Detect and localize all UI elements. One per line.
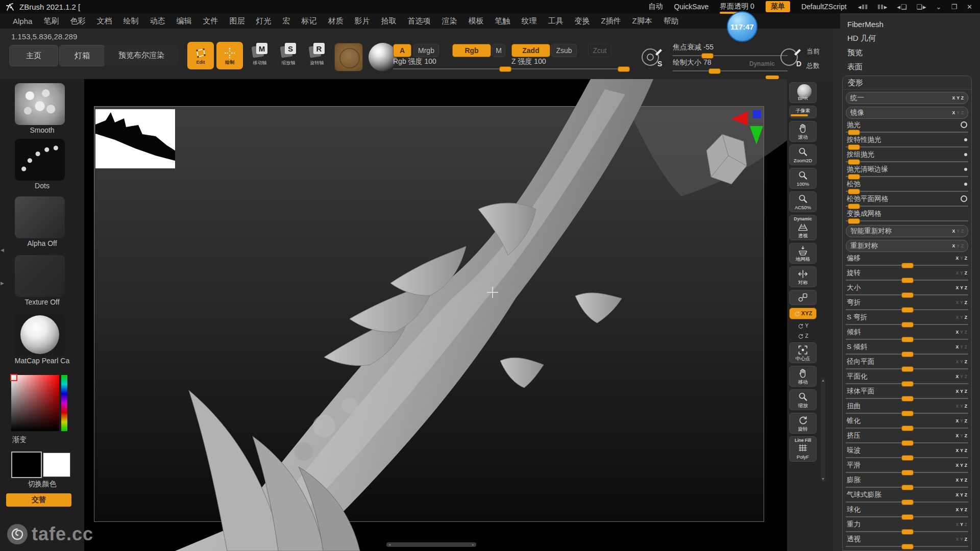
axis-toggles[interactable]: XYZ	[955, 448, 967, 453]
axis-toggles[interactable]: XYZ	[955, 285, 967, 290]
deform-track[interactable]	[846, 531, 968, 532]
axis-toggles[interactable]: XYZ	[955, 492, 967, 497]
menu-item[interactable]: 文件	[197, 16, 224, 26]
deform-track[interactable]	[846, 546, 968, 547]
deform-slider[interactable]: 松弛	[846, 179, 968, 194]
edit-button[interactable]: Edit	[187, 42, 214, 69]
strip-zoom2d-button[interactable]: Zoom2D	[789, 144, 817, 165]
gradient-label[interactable]: 渐变	[0, 435, 96, 444]
draw-button[interactable]: 绘制	[216, 42, 243, 69]
menu-item[interactable]: 首选项	[402, 16, 436, 26]
axis-toggles[interactable]: XYZ	[955, 300, 967, 305]
deform-slider[interactable]: 重力XYZ	[846, 519, 968, 534]
axis-toggles[interactable]: XYZ	[955, 389, 967, 394]
deform-slider[interactable]: 按组抛光	[846, 149, 968, 164]
strip-rot-y-button[interactable]: Y	[790, 322, 816, 330]
axis-toggles[interactable]: XYZ	[955, 344, 967, 349]
deform-slider[interactable]: 球体平面XYZ	[846, 386, 968, 401]
strip-local-symmetry-button[interactable]	[789, 290, 817, 305]
deform-track[interactable]	[846, 265, 968, 266]
deform-track[interactable]	[846, 132, 968, 133]
draw-size-slider[interactable]: 绘制大小 78	[673, 58, 711, 67]
deform-slider[interactable]: 球化XYZ	[846, 505, 968, 519]
channel-zcut-button[interactable]: Zcut	[588, 44, 611, 57]
menu-item[interactable]: 色彩	[64, 16, 91, 26]
scale-gizmo-button[interactable]: S 缩放轴	[276, 43, 301, 70]
deform-slider[interactable]: 噪波XYZ	[846, 445, 968, 460]
section-surface[interactable]: 表面	[847, 60, 965, 73]
dynamic-mode-label[interactable]: Dynamic	[749, 60, 775, 67]
menu-item[interactable]: 变换	[569, 16, 595, 26]
deformation-header[interactable]: 变形	[843, 76, 971, 90]
menu-item[interactable]: 笔刷	[38, 16, 64, 26]
deform-track[interactable]	[846, 206, 968, 207]
deform-slider[interactable]: 平面化XYZ	[846, 371, 968, 386]
menu-item[interactable]: Alpha	[7, 17, 38, 26]
right-shelf-scrollbar[interactable]: ▲▼	[821, 378, 825, 482]
divider-left-icon[interactable]: ◂‖‖	[858, 3, 868, 11]
alternate-button[interactable]: 交替	[6, 493, 71, 507]
deform-track[interactable]	[846, 191, 968, 192]
menu-item[interactable]: 渲染	[436, 16, 462, 26]
minimize-icon[interactable]: ⌄	[936, 3, 942, 11]
session-timer-badge[interactable]: 117:47	[727, 11, 757, 42]
strip-symmetry-button[interactable]: 对称	[789, 266, 817, 287]
lightbox-button[interactable]: 灯箱	[59, 45, 105, 66]
axis-toggles[interactable]: XYZ	[952, 95, 964, 101]
stroke-brush-icon[interactable]: S	[637, 43, 666, 71]
draw-size-thumb[interactable]	[708, 68, 721, 74]
stroke-thumbnail[interactable]	[15, 139, 65, 181]
axis-toggles[interactable]: XYZ	[955, 315, 967, 320]
channel-zadd-button[interactable]: Zadd	[511, 44, 550, 57]
deform-slider[interactable]: 大小XYZ	[846, 283, 968, 297]
secondary-color-swatch[interactable]	[43, 453, 70, 477]
deform-track[interactable]	[846, 472, 968, 473]
strip-rot-xyz-button[interactable]: XYZ	[789, 308, 817, 319]
focal-shift-slider[interactable]: 焦点衰减 -55	[673, 43, 714, 52]
channel-mrgb-button[interactable]: Mrgb	[413, 44, 439, 57]
menu-item[interactable]: 编辑	[170, 16, 197, 26]
deform-slider[interactable]: 偏移XYZ	[846, 253, 968, 268]
preview-boolean-button[interactable]: 预览布尔渲染	[104, 45, 179, 65]
deform-track[interactable]	[846, 161, 968, 162]
menu-item[interactable]: 文档	[91, 16, 117, 26]
strip-polyframe-button[interactable]: Line FillPolyF	[789, 436, 817, 462]
strip-perspective-button[interactable]: Dynamic透视	[789, 215, 817, 240]
deform-track[interactable]	[846, 354, 968, 355]
deform-track[interactable]	[846, 442, 968, 443]
menu-item[interactable]: 模板	[462, 16, 489, 26]
tray-collapse-left-icon[interactable]: ◀	[1, 247, 4, 253]
deform-track[interactable]	[846, 428, 968, 429]
axis-toggles[interactable]: XYZ	[955, 359, 967, 364]
deform-thumb[interactable]	[901, 544, 914, 549]
document-canvas[interactable]: ◂▸	[84, 79, 787, 551]
channel-m-button[interactable]: M	[492, 44, 505, 57]
strip-actual-size-button[interactable]: 100%	[789, 168, 817, 189]
rgb-intensity-thumb[interactable]	[499, 66, 511, 72]
ui-opacity-slider[interactable]: 界面透明 0	[720, 2, 754, 11]
deform-slider[interactable]: 倾斜XYZ	[846, 327, 968, 342]
menu-button[interactable]: 菜单	[766, 1, 790, 12]
material-thumbnail[interactable]	[15, 314, 65, 356]
deform-track[interactable]	[846, 516, 968, 517]
color-picker[interactable]	[11, 375, 67, 431]
tray-expand-right-icon[interactable]: ▶	[1, 281, 4, 286]
axis-toggles[interactable]: XYZ	[955, 537, 967, 542]
strip-rotate3d-button[interactable]: 旋转	[789, 413, 817, 434]
dynamic-size-mini-slider[interactable]	[766, 76, 779, 79]
axis-toggles[interactable]: XYZ	[955, 478, 967, 483]
deform-slider[interactable]: 膨胀XYZ	[846, 475, 968, 490]
axis-toggles[interactable]: XYZ	[955, 522, 967, 527]
texture-thumbnail[interactable]	[15, 255, 65, 297]
deform-track[interactable]	[846, 324, 968, 325]
deform-button[interactable]: 统一XYZ	[846, 90, 968, 105]
deform-slider[interactable]: 变换成网格	[846, 209, 968, 223]
strip-move-button[interactable]: 移动	[789, 366, 817, 387]
axis-toggles[interactable]: XYZ	[955, 433, 967, 438]
deform-slider[interactable]: 锥化XYZ	[846, 416, 968, 431]
menu-item[interactable]: 绘制	[117, 16, 144, 26]
rgb-intensity-track[interactable]	[393, 68, 511, 69]
menu-item[interactable]: 宏	[277, 16, 296, 26]
channel-a-button[interactable]: A	[393, 44, 411, 57]
strip-subpixel-button[interactable]: 子像素	[789, 106, 817, 118]
